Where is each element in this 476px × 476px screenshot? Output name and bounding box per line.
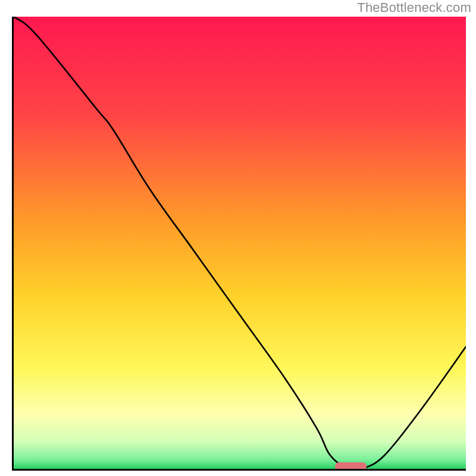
chart-curve (14, 17, 466, 469)
watermark-text: TheBottleneck.com (357, 0, 471, 15)
chart-plot-area (12, 17, 466, 471)
optimal-marker (335, 462, 367, 471)
chart-container: TheBottleneck.com (0, 0, 476, 476)
